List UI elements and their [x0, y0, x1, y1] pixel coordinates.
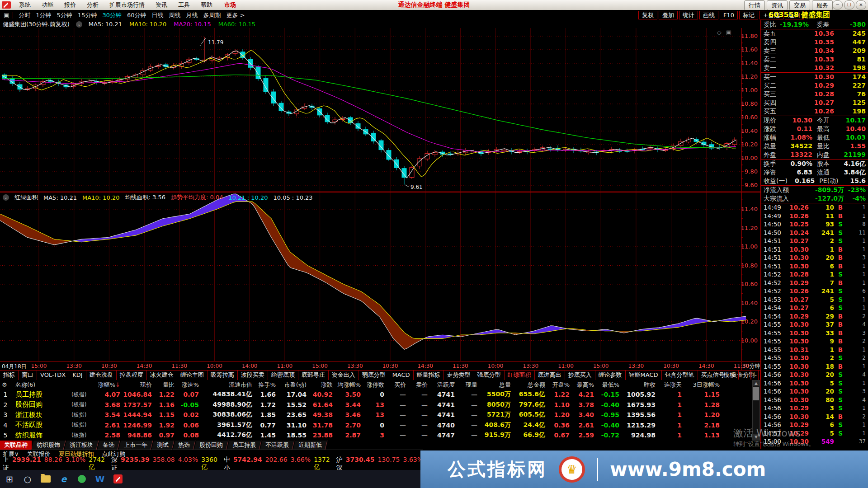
menu-item-7[interactable]: 帮助: [195, 1, 218, 8]
period-tab-10[interactable]: 更多 >: [224, 12, 248, 19]
close-icon[interactable]: ✕: [856, 0, 866, 9]
period-tab-3[interactable]: 15分钟: [75, 12, 100, 19]
period-tab-7[interactable]: 周线: [166, 12, 184, 19]
column-header-6[interactable]: 换手%: [255, 381, 278, 389]
watchlist-tab-2[interactable]: 备选: [98, 441, 120, 450]
indicator-tab-3[interactable]: KDJ: [69, 371, 86, 380]
column-header-17[interactable]: 开盘%: [548, 381, 572, 389]
nav-button-1[interactable]: 资讯: [767, 0, 788, 10]
word-icon[interactable]: W: [93, 472, 107, 486]
green-app-icon[interactable]: [75, 472, 89, 486]
template-button[interactable]: 模板: [720, 371, 739, 380]
column-header-4[interactable]: 涨速%: [177, 381, 202, 389]
watchlist-tab-4[interactable]: 测试: [152, 441, 175, 450]
menu-item-4[interactable]: 扩展市场行情: [104, 1, 150, 8]
diamond-icon[interactable]: ◇: [717, 29, 726, 36]
indicator-tab-14[interactable]: MACD: [389, 371, 414, 380]
table-row[interactable]: 2股份回购(板指)3.681737.571.16-0.0549988.90亿1.…: [0, 400, 760, 410]
menu-item-market[interactable]: 市场: [218, 1, 242, 9]
column-header-7[interactable]: 市盈(动): [278, 381, 309, 389]
period-tab-0[interactable]: 分时: [16, 12, 33, 19]
indicator-tab-5[interactable]: 控盘程度: [117, 371, 147, 380]
period-tab-1[interactable]: 1分钟: [33, 12, 54, 19]
period-tab-8[interactable]: 月线: [184, 12, 201, 19]
table-row[interactable]: 1员工持股(板指)4.071046.841.220.0744838.41亿1.6…: [0, 389, 760, 400]
column-header-5[interactable]: 流通市值: [202, 381, 255, 389]
indicator-tab-20[interactable]: 抄底买入: [565, 371, 595, 380]
scroll-up-icon[interactable]: ▲: [753, 380, 760, 386]
indicator-tab-15[interactable]: 能量指标: [414, 371, 444, 380]
nav-button-3[interactable]: 服务: [812, 0, 833, 10]
indicator-tab-17[interactable]: 强底分型: [474, 371, 505, 380]
column-header-18[interactable]: 最高%: [572, 381, 597, 389]
chevron-down-icon[interactable]: ⌄: [3, 194, 9, 201]
watchlist-tab-1[interactable]: 浙江板块: [65, 441, 99, 450]
indicator-tab-7[interactable]: 缠论主图: [177, 371, 208, 380]
menu-item-1[interactable]: 功能: [36, 1, 59, 8]
chevron-down-icon[interactable]: ⌄: [76, 21, 82, 28]
watchlist-tab-3[interactable]: 上市一年: [119, 441, 153, 450]
indicator-chart[interactable]: 11.4011.2011.0010.8010.6010.4010.2010.00…: [0, 192, 760, 362]
tool-button-3[interactable]: 画线: [699, 11, 718, 19]
watchlist-tab-8[interactable]: 不活跃股: [260, 441, 295, 450]
indicator-tab-10[interactable]: 绝密底顶: [268, 371, 298, 380]
restore-icon[interactable]: ❐: [844, 0, 854, 9]
column-header-15[interactable]: 总量: [480, 381, 514, 389]
column-header-0[interactable]: 名称(6): [14, 381, 70, 389]
column-header-1[interactable]: 涨幅%↓: [97, 381, 123, 389]
menu-item-5[interactable]: 资讯: [150, 1, 173, 8]
column-header-9[interactable]: 均涨幅%: [335, 381, 363, 389]
search-icon[interactable]: ○: [21, 472, 34, 486]
indicator-tab-12[interactable]: 资金出入: [329, 371, 359, 380]
indicator-tab-4[interactable]: 建仓洗盘: [86, 371, 117, 380]
tool-button-0[interactable]: 复权: [638, 11, 657, 19]
column-header-14[interactable]: 现量: [458, 381, 480, 389]
period-tab-9[interactable]: 多周期: [201, 12, 224, 19]
candlestick-chart[interactable]: 11.8011.6011.4011.2011.0010.8010.6010.40…: [0, 28, 760, 192]
watchlist-tab-7[interactable]: 员工持股: [227, 441, 262, 450]
column-header-3[interactable]: 量比: [155, 381, 177, 389]
tool-button-2[interactable]: 统计: [679, 11, 698, 19]
nav-button-0[interactable]: 行情: [744, 0, 765, 10]
column-header-16[interactable]: 总金额: [514, 381, 548, 389]
edge-icon[interactable]: e: [57, 472, 71, 486]
column-header-19[interactable]: 最低%: [597, 381, 622, 389]
indicator-tab-0[interactable]: 指标: [0, 371, 19, 380]
column-header-22[interactable]: 3日涨幅%: [684, 381, 722, 389]
minimize-icon[interactable]: ─: [832, 0, 843, 9]
watchlist-tab-6[interactable]: 股份回购: [194, 441, 229, 450]
nav-button-2[interactable]: 交易: [789, 0, 810, 10]
add-indicator-button[interactable]: +: [739, 371, 751, 380]
settings-gear-icon[interactable]: ⚙: [0, 381, 14, 388]
period-tab-4[interactable]: 30分钟: [99, 12, 124, 19]
period-tab-6[interactable]: 日线: [149, 12, 166, 19]
indicator-tab-6[interactable]: 冰火建仓: [147, 371, 177, 380]
table-row[interactable]: 3浙江板块(板指)3.541444.941.150.0230838.06亿1.8…: [0, 410, 760, 420]
indicator-tab-2[interactable]: VOL-TDX: [37, 371, 69, 380]
tool-button-1[interactable]: 叠加: [659, 11, 678, 19]
menu-item-2[interactable]: 报价: [59, 1, 81, 8]
tool-button-4[interactable]: F10: [720, 11, 738, 19]
table-row[interactable]: 4不活跃股(板指)2.611246.991.920.063961.57亿0.77…: [0, 420, 760, 431]
indicator-tab-19[interactable]: 底进高出: [535, 371, 565, 380]
scrollbar-thumb[interactable]: [753, 387, 759, 400]
indicator-tab-1[interactable]: 窗口: [19, 371, 37, 380]
indicator-tab-23[interactable]: 包含分型笔: [662, 371, 698, 380]
column-header-2[interactable]: 现价: [123, 381, 155, 389]
column-header-11[interactable]: 买价: [387, 381, 409, 389]
indicator-tab-21[interactable]: 缠论参数: [595, 371, 626, 380]
menu-item-0[interactable]: 系统: [14, 1, 36, 8]
indicator-tab-8[interactable]: 吸筹拉高: [208, 371, 238, 380]
remove-indicator-button[interactable]: -: [751, 371, 760, 380]
indicator-tab-11[interactable]: 底部寻庄: [298, 371, 329, 380]
menu-item-3[interactable]: 分析: [81, 1, 104, 8]
column-header-8[interactable]: 涨跌: [309, 381, 335, 389]
indicator-tab-16[interactable]: 走势类型: [444, 371, 474, 380]
tool-button-5[interactable]: 标记: [739, 11, 758, 19]
menu-item-6[interactable]: 工具: [173, 1, 195, 8]
layout-icon[interactable]: ▣: [4, 12, 13, 19]
indicator-tab-22[interactable]: 智能MACD: [626, 371, 662, 380]
watchlist-tab-5[interactable]: 热选: [173, 441, 196, 450]
column-header-21[interactable]: 连涨天: [658, 381, 684, 389]
tdx-icon[interactable]: [111, 472, 125, 486]
